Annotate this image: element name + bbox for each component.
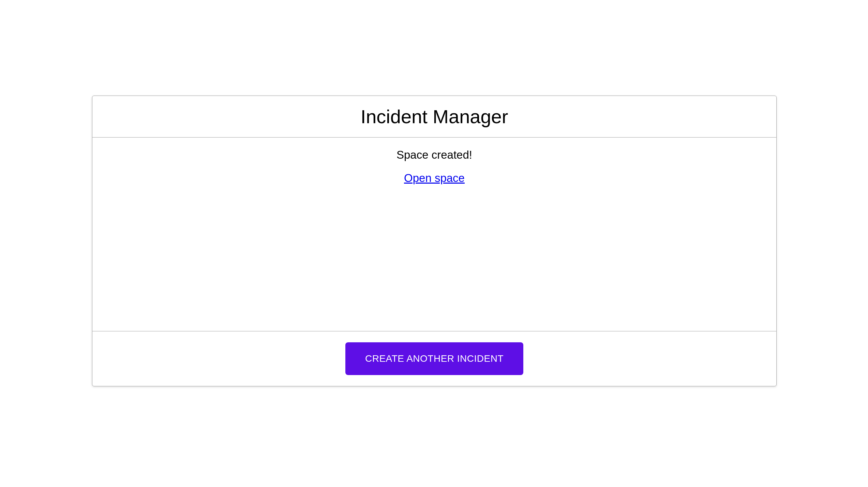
card-header: Incident Manager	[92, 96, 776, 138]
card-footer: CREATE ANOTHER INCIDENT	[92, 331, 776, 386]
page-title: Incident Manager	[92, 105, 776, 128]
incident-manager-card: Incident Manager Space created! Open spa…	[92, 96, 777, 386]
create-another-incident-button[interactable]: CREATE ANOTHER INCIDENT	[345, 342, 523, 375]
card-body: Space created! Open space	[92, 138, 776, 331]
open-space-link[interactable]: Open space	[404, 172, 465, 184]
status-message: Space created!	[92, 148, 776, 161]
